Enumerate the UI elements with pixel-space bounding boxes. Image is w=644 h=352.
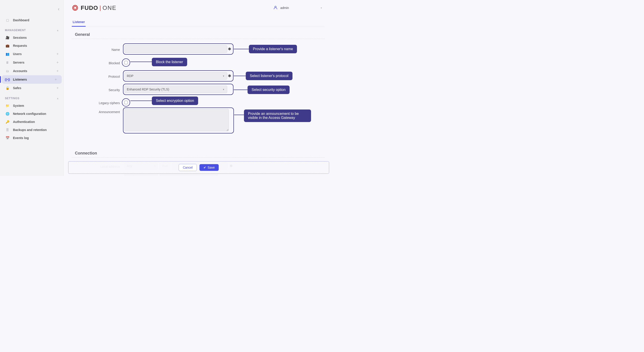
logo-text-suffix: ONE xyxy=(102,5,116,12)
sidebar-label-dashboard: Dashboard xyxy=(13,18,29,22)
logo-text-main: FUDO xyxy=(81,5,98,12)
announcement-label: Announcement xyxy=(72,109,124,114)
svg-point-1 xyxy=(74,6,76,9)
sidebar-group-management[interactable]: MANAGEMENT ▴ xyxy=(0,24,64,34)
name-input[interactable] xyxy=(124,45,227,53)
security-select[interactable]: Enhanced RDP Security (TLS) ▾ xyxy=(124,86,227,93)
section-connection-heading: Connection xyxy=(75,151,325,156)
footer-action-bar: Cancel ✔ Save xyxy=(68,161,329,174)
sidebar-label-network: Network configuration xyxy=(13,112,46,116)
tab-listener[interactable]: Listener xyxy=(72,18,86,27)
sidebar-label-requests: Requests xyxy=(13,44,27,48)
check-icon: ✔ xyxy=(204,166,206,169)
callout-name: Provide a listener's name xyxy=(249,45,297,53)
sidebar-item-events[interactable]: 📅 Events log xyxy=(0,134,64,142)
callout-announcement: Provide an announcement to be visible in… xyxy=(244,109,311,122)
sidebar-item-accounts[interactable]: 🗂 Accounts + xyxy=(0,67,64,75)
row-legacy: Legacy ciphers Select encryption option xyxy=(72,98,325,107)
required-star-icon: ✱ xyxy=(228,73,231,78)
chevron-up-icon: ▴ xyxy=(57,97,58,100)
users-icon: 👥 xyxy=(5,52,10,56)
user-icon xyxy=(273,5,278,11)
sidebar-item-users[interactable]: 👥 Users + xyxy=(0,50,64,58)
sidebar-group-settings[interactable]: SETTINGS ▴ xyxy=(0,92,64,102)
svg-point-2 xyxy=(275,6,276,8)
add-account-button[interactable]: + xyxy=(56,69,58,73)
callout-security: Select security option xyxy=(248,86,290,94)
add-safe-button[interactable]: + xyxy=(56,86,58,90)
section-general-heading: General xyxy=(75,32,325,37)
sidebar-label-listeners: Listeners xyxy=(13,78,27,81)
user-name: admin xyxy=(280,6,289,10)
requests-icon: 💼 xyxy=(5,44,10,48)
callout-blocked: Block the listener xyxy=(152,58,187,66)
sidebar-label-auth: Authentication xyxy=(13,120,35,124)
listeners-icon: ((•)) xyxy=(5,78,10,81)
management-group-label: MANAGEMENT xyxy=(5,29,26,32)
name-label: Name xyxy=(72,47,124,52)
chevron-down-icon: ▾ xyxy=(223,75,224,77)
sessions-icon: 🎥 xyxy=(5,36,10,39)
dashboard-icon: ▢ xyxy=(5,18,10,22)
sidebar-item-backups[interactable]: 🗄 Backups and retention xyxy=(0,126,64,134)
add-server-button[interactable]: + xyxy=(56,60,58,65)
accounts-icon: 🗂 xyxy=(5,69,10,73)
blocked-checkbox[interactable] xyxy=(124,61,128,64)
sidebar: ‹‹ ▢ Dashboard MANAGEMENT ▴ 🎥 Sessions 💼… xyxy=(0,0,64,176)
sidebar-item-safes[interactable]: 🔒 Safes + xyxy=(0,84,64,92)
chevron-up-icon: ▴ xyxy=(57,29,58,32)
required-star-icon: ✱ xyxy=(228,47,231,52)
callout-legacy: Select encryption option xyxy=(152,96,198,105)
row-announcement: Announcement Provide an announcement to … xyxy=(72,109,325,135)
cancel-button[interactable]: Cancel xyxy=(179,164,197,171)
logo-mark-icon xyxy=(72,5,78,11)
row-security: Security Enhanced RDP Security (TLS) ▾ S… xyxy=(72,84,325,95)
tabbar: Listener xyxy=(72,16,325,27)
sidebar-label-users: Users xyxy=(13,52,22,56)
security-label: Security xyxy=(72,87,124,92)
protocol-label: Protocol xyxy=(72,73,124,78)
add-user-button[interactable]: + xyxy=(56,52,58,56)
sidebar-collapse-button[interactable]: ‹‹ xyxy=(58,6,58,12)
sidebar-label-backups: Backups and retention xyxy=(13,128,47,132)
topbar: FUDO | ONE admin ▾ xyxy=(64,0,333,16)
legacy-label: Legacy ciphers xyxy=(72,100,124,105)
sidebar-item-servers[interactable]: 🖥 Servers + xyxy=(0,58,64,67)
section-divider xyxy=(72,39,325,39)
add-listener-button[interactable]: + xyxy=(55,77,57,82)
tab-listener-label: Listener xyxy=(73,20,85,24)
sidebar-label-sessions: Sessions xyxy=(13,36,26,39)
main-content: Listener General Name ✱ Provide a listen… xyxy=(64,16,333,176)
logo-separator: | xyxy=(98,5,103,12)
events-icon: 📅 xyxy=(5,136,10,140)
legacy-checkbox[interactable] xyxy=(124,101,128,104)
security-value: Enhanced RDP Security (TLS) xyxy=(127,88,169,91)
row-protocol: Protocol RDP ▾ ✱ Select listener's proto… xyxy=(72,70,325,82)
sidebar-item-network[interactable]: 🌐 Network configuration xyxy=(0,110,64,118)
section-divider-2 xyxy=(72,157,325,158)
backups-icon: 🗄 xyxy=(5,128,10,132)
sidebar-label-accounts: Accounts xyxy=(13,69,27,73)
sidebar-label-events: Events log xyxy=(13,136,29,140)
sidebar-item-auth[interactable]: 🔑 Authentication xyxy=(0,118,64,126)
save-button[interactable]: ✔ Save xyxy=(200,164,219,171)
logo: FUDO | ONE xyxy=(72,5,116,12)
sidebar-item-system[interactable]: 📁 System xyxy=(0,102,64,110)
system-icon: 📁 xyxy=(5,104,10,107)
sidebar-item-listeners[interactable]: ((•)) Listeners + xyxy=(2,75,62,84)
sidebar-item-requests[interactable]: 💼 Requests xyxy=(0,42,64,50)
servers-icon: 🖥 xyxy=(5,61,10,64)
user-menu[interactable]: admin ▾ xyxy=(273,5,325,11)
safes-icon: 🔒 xyxy=(5,86,10,90)
sidebar-label-servers: Servers xyxy=(13,61,24,64)
sidebar-label-system: System xyxy=(13,104,24,107)
sidebar-item-dashboard[interactable]: ▢ Dashboard xyxy=(0,16,64,24)
callout-protocol: Select listener's protocol xyxy=(246,72,292,80)
settings-group-label: SETTINGS xyxy=(5,97,20,100)
sidebar-label-safes: Safes xyxy=(13,86,21,90)
chevron-down-icon: ▾ xyxy=(223,88,224,91)
announcement-textarea[interactable] xyxy=(124,109,229,131)
auth-icon: 🔑 xyxy=(5,120,10,124)
sidebar-item-sessions[interactable]: 🎥 Sessions xyxy=(0,34,64,42)
protocol-select[interactable]: RDP ▾ xyxy=(124,72,227,80)
